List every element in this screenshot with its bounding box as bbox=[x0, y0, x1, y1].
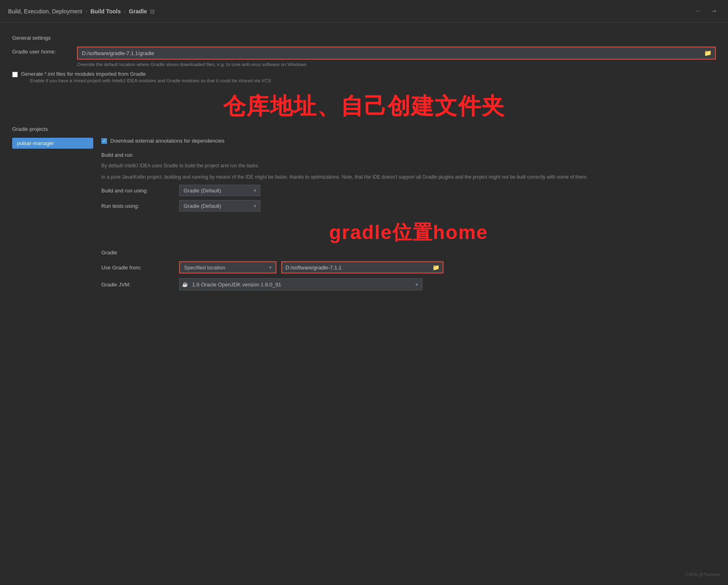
run-tests-row: Run tests using: Gradle (Default) Intell… bbox=[101, 200, 716, 211]
main-content: General settings Gradle user home: 📁 Ove… bbox=[0, 23, 728, 303]
back-button[interactable]: ← bbox=[692, 6, 704, 16]
jvm-icon: ☕ bbox=[180, 280, 191, 289]
generate-iml-row: Generate *.iml files for modules importe… bbox=[12, 71, 716, 83]
build-run-desc2: In a pure Java/Kotlin project, building … bbox=[101, 173, 716, 181]
build-and-run-label: Build and run using: bbox=[101, 188, 174, 194]
annotation-warehouse: 仓库地址、自己创建文件夹 bbox=[12, 91, 716, 122]
use-gradle-from-label: Use Gradle from: bbox=[101, 265, 174, 271]
breadcrumb-sep2: › bbox=[124, 9, 126, 14]
gradle-home-folder-button[interactable]: 📁 bbox=[701, 49, 715, 57]
forward-button[interactable]: → bbox=[708, 6, 720, 16]
annotation-gradle-home: gradle位置home bbox=[101, 220, 716, 246]
gradle-home-input-wrapper: 📁 bbox=[77, 47, 716, 60]
gradle-path-input[interactable] bbox=[282, 263, 429, 272]
project-settings: ✓ Download external annotations for depe… bbox=[101, 138, 716, 295]
gradle-path-wrapper: 📁 bbox=[281, 261, 443, 273]
gradle-jvm-row: Gradle JVM: ☕ 1.8 Oracle OpenJDK version… bbox=[101, 278, 716, 290]
build-and-run-select[interactable]: Gradle (Default) IntelliJ IDEA bbox=[179, 185, 260, 196]
download-annotations-row: ✓ Download external annotations for depe… bbox=[101, 138, 716, 144]
breadcrumb-part3: Gradle bbox=[129, 8, 147, 15]
gradle-jvm-label: Gradle JVM: bbox=[101, 282, 174, 288]
build-run-section: Build and run By default IntelliJ IDEA u… bbox=[101, 152, 716, 211]
breadcrumb-part2: Build Tools bbox=[90, 8, 121, 15]
gradle-projects-title: Gradle projects bbox=[12, 126, 716, 132]
run-tests-label: Run tests using: bbox=[101, 203, 174, 209]
gradle-projects-layout: pulsar-manager ✓ Download external annot… bbox=[12, 138, 716, 295]
generate-iml-hint: Enable if you have a mixed project with … bbox=[30, 78, 271, 83]
generate-iml-label: Generate *.iml files for modules importe… bbox=[21, 71, 271, 77]
gradle-user-home-field: 📁 Override the default location where Gr… bbox=[77, 47, 716, 68]
settings-icon: ⊟ bbox=[150, 8, 155, 15]
use-gradle-from-row: Use Gradle from: Specified location Grad… bbox=[101, 261, 716, 273]
gradle-home-hint: Override the default location where Grad… bbox=[77, 61, 716, 68]
gradle-home-input[interactable] bbox=[78, 47, 701, 59]
project-list: pulsar-manager bbox=[12, 138, 93, 295]
gradle-user-home-label: Gradle user home: bbox=[12, 47, 77, 55]
general-settings-section: General settings Gradle user home: 📁 Ove… bbox=[12, 35, 716, 83]
watermark: CSDN @Tronhon bbox=[685, 572, 720, 577]
header: Build, Execution, Deployment › Build Too… bbox=[0, 0, 728, 23]
gradle-jvm-dropdown-wrapper: ☕ 1.8 Oracle OpenJDK version 1.8.0_91 11… bbox=[179, 278, 422, 290]
gradle-section-title: Gradle bbox=[101, 250, 716, 256]
run-tests-select[interactable]: Gradle (Default) IntelliJ IDEA bbox=[179, 200, 260, 211]
build-run-title: Build and run bbox=[101, 152, 716, 158]
general-settings-title: General settings bbox=[12, 35, 716, 41]
breadcrumb-part1: Build, Execution, Deployment bbox=[8, 8, 82, 15]
build-and-run-row: Build and run using: Gradle (Default) In… bbox=[101, 185, 716, 196]
run-tests-dropdown-wrapper: Gradle (Default) IntelliJ IDEA bbox=[179, 200, 260, 211]
project-item-pulsar-manager[interactable]: pulsar-manager bbox=[12, 138, 93, 149]
build-run-desc1: By default IntelliJ IDEA uses Gradle to … bbox=[101, 162, 716, 169]
download-annotations-label: Download external annotations for depend… bbox=[110, 138, 225, 144]
breadcrumb: Build, Execution, Deployment › Build Too… bbox=[8, 8, 155, 15]
nav-arrows: ← → bbox=[692, 6, 720, 16]
use-gradle-from-dropdown-wrapper: Specified location Gradle wrapper Local … bbox=[179, 261, 276, 273]
gradle-user-home-row: Gradle user home: 📁 Override the default… bbox=[12, 47, 716, 68]
download-annotations-checkbox[interactable]: ✓ bbox=[101, 138, 107, 144]
gradle-jvm-select[interactable]: 1.8 Oracle OpenJDK version 1.8.0_91 11 O… bbox=[191, 280, 422, 289]
build-and-run-dropdown-wrapper: Gradle (Default) IntelliJ IDEA bbox=[179, 185, 260, 196]
generate-iml-checkbox[interactable] bbox=[12, 72, 18, 77]
breadcrumb-sep1: › bbox=[86, 9, 87, 14]
gradle-path-folder-button[interactable]: 📁 bbox=[429, 264, 443, 271]
use-gradle-from-select[interactable]: Specified location Gradle wrapper Local … bbox=[180, 263, 276, 272]
